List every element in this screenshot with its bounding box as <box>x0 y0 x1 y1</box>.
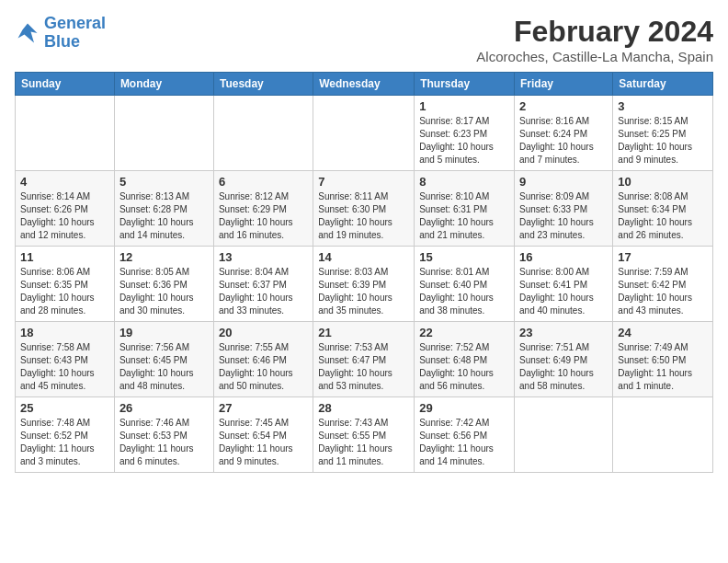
calendar-day-cell: 26Sunrise: 7:46 AM Sunset: 6:53 PM Dayli… <box>114 397 213 473</box>
day-number: 14 <box>318 250 409 264</box>
calendar-week-row: 4Sunrise: 8:14 AM Sunset: 6:26 PM Daylig… <box>16 171 713 247</box>
day-number: 2 <box>519 99 608 113</box>
calendar-day-cell: 27Sunrise: 7:45 AM Sunset: 6:54 PM Dayli… <box>213 397 313 473</box>
weekday-header-wednesday: Wednesday <box>313 73 415 96</box>
calendar-day-cell: 24Sunrise: 7:49 AM Sunset: 6:50 PM Dayli… <box>613 322 713 397</box>
weekday-header-monday: Monday <box>114 73 213 96</box>
day-info: Sunrise: 8:08 AM Sunset: 6:34 PM Dayligh… <box>618 190 708 242</box>
calendar-day-cell: 8Sunrise: 8:10 AM Sunset: 6:31 PM Daylig… <box>415 171 515 247</box>
calendar-week-row: 11Sunrise: 8:06 AM Sunset: 6:35 PM Dayli… <box>16 247 713 322</box>
day-number: 4 <box>20 175 109 189</box>
day-number: 29 <box>419 401 509 415</box>
calendar-week-row: 25Sunrise: 7:48 AM Sunset: 6:52 PM Dayli… <box>16 397 713 473</box>
calendar-day-cell: 25Sunrise: 7:48 AM Sunset: 6:52 PM Dayli… <box>16 397 115 473</box>
day-info: Sunrise: 8:16 AM Sunset: 6:24 PM Dayligh… <box>519 115 608 167</box>
title-block: February 2024 Alcoroches, Castille-La Ma… <box>476 15 713 64</box>
weekday-header-row: SundayMondayTuesdayWednesdayThursdayFrid… <box>16 73 713 96</box>
day-info: Sunrise: 7:53 AM Sunset: 6:47 PM Dayligh… <box>318 341 409 393</box>
day-info: Sunrise: 8:12 AM Sunset: 6:29 PM Dayligh… <box>219 190 308 242</box>
calendar-day-cell: 17Sunrise: 7:59 AM Sunset: 6:42 PM Dayli… <box>613 247 713 322</box>
calendar-day-cell <box>515 397 613 473</box>
svg-marker-0 <box>18 23 38 42</box>
day-number: 15 <box>419 250 509 264</box>
day-info: Sunrise: 7:48 AM Sunset: 6:52 PM Dayligh… <box>20 417 109 468</box>
calendar-day-cell: 21Sunrise: 7:53 AM Sunset: 6:47 PM Dayli… <box>313 322 415 397</box>
day-info: Sunrise: 7:46 AM Sunset: 6:53 PM Dayligh… <box>119 417 209 468</box>
weekday-header-thursday: Thursday <box>415 73 515 96</box>
day-number: 13 <box>219 250 308 264</box>
calendar-day-cell: 29Sunrise: 7:42 AM Sunset: 6:56 PM Dayli… <box>415 397 515 473</box>
calendar-day-cell: 9Sunrise: 8:09 AM Sunset: 6:33 PM Daylig… <box>515 171 613 247</box>
day-number: 1 <box>419 99 509 113</box>
calendar-day-cell: 11Sunrise: 8:06 AM Sunset: 6:35 PM Dayli… <box>16 247 115 322</box>
calendar-location: Alcoroches, Castille-La Mancha, Spain <box>476 49 713 64</box>
day-info: Sunrise: 8:04 AM Sunset: 6:37 PM Dayligh… <box>219 266 308 317</box>
weekday-header-friday: Friday <box>515 73 613 96</box>
day-number: 19 <box>119 326 209 339</box>
calendar-day-cell <box>313 96 415 171</box>
day-number: 26 <box>119 401 209 415</box>
calendar-title: February 2024 <box>476 15 713 49</box>
day-info: Sunrise: 8:17 AM Sunset: 6:23 PM Dayligh… <box>419 115 509 167</box>
day-info: Sunrise: 7:55 AM Sunset: 6:46 PM Dayligh… <box>219 341 308 393</box>
day-info: Sunrise: 7:49 AM Sunset: 6:50 PM Dayligh… <box>618 341 708 393</box>
day-info: Sunrise: 7:43 AM Sunset: 6:55 PM Dayligh… <box>318 417 409 468</box>
day-info: Sunrise: 7:52 AM Sunset: 6:48 PM Dayligh… <box>419 341 509 393</box>
day-number: 11 <box>20 250 109 264</box>
day-number: 9 <box>519 175 608 189</box>
day-info: Sunrise: 8:14 AM Sunset: 6:26 PM Dayligh… <box>20 190 109 242</box>
logo-line1: General <box>44 14 106 32</box>
calendar-day-cell: 16Sunrise: 8:00 AM Sunset: 6:41 PM Dayli… <box>515 247 613 322</box>
calendar-day-cell <box>613 397 713 473</box>
calendar-day-cell <box>213 96 313 171</box>
calendar-day-cell: 3Sunrise: 8:15 AM Sunset: 6:25 PM Daylig… <box>613 96 713 171</box>
day-number: 28 <box>318 401 409 415</box>
day-info: Sunrise: 7:58 AM Sunset: 6:43 PM Dayligh… <box>20 341 109 393</box>
logo-icon <box>15 20 40 46</box>
day-info: Sunrise: 8:03 AM Sunset: 6:39 PM Dayligh… <box>318 266 409 317</box>
calendar-day-cell <box>114 96 213 171</box>
day-number: 22 <box>419 326 509 339</box>
calendar-day-cell: 12Sunrise: 8:05 AM Sunset: 6:36 PM Dayli… <box>114 247 213 322</box>
calendar-day-cell: 15Sunrise: 8:01 AM Sunset: 6:40 PM Dayli… <box>415 247 515 322</box>
calendar-day-cell: 6Sunrise: 8:12 AM Sunset: 6:29 PM Daylig… <box>213 171 313 247</box>
calendar-day-cell: 23Sunrise: 7:51 AM Sunset: 6:49 PM Dayli… <box>515 322 613 397</box>
calendar-day-cell: 13Sunrise: 8:04 AM Sunset: 6:37 PM Dayli… <box>213 247 313 322</box>
page-header: General Blue February 2024 Alcoroches, C… <box>15 15 713 64</box>
calendar-day-cell: 5Sunrise: 8:13 AM Sunset: 6:28 PM Daylig… <box>114 171 213 247</box>
calendar-day-cell: 10Sunrise: 8:08 AM Sunset: 6:34 PM Dayli… <box>613 171 713 247</box>
logo-text: General Blue <box>44 15 106 52</box>
calendar-day-cell: 20Sunrise: 7:55 AM Sunset: 6:46 PM Dayli… <box>213 322 313 397</box>
day-number: 3 <box>618 99 708 113</box>
calendar-week-row: 18Sunrise: 7:58 AM Sunset: 6:43 PM Dayli… <box>16 322 713 397</box>
weekday-header-tuesday: Tuesday <box>213 73 313 96</box>
calendar-week-row: 1Sunrise: 8:17 AM Sunset: 6:23 PM Daylig… <box>16 96 713 171</box>
calendar-day-cell: 4Sunrise: 8:14 AM Sunset: 6:26 PM Daylig… <box>16 171 115 247</box>
day-info: Sunrise: 7:51 AM Sunset: 6:49 PM Dayligh… <box>519 341 608 393</box>
day-info: Sunrise: 7:56 AM Sunset: 6:45 PM Dayligh… <box>119 341 209 393</box>
calendar-day-cell: 1Sunrise: 8:17 AM Sunset: 6:23 PM Daylig… <box>415 96 515 171</box>
day-number: 16 <box>519 250 608 264</box>
day-info: Sunrise: 7:42 AM Sunset: 6:56 PM Dayligh… <box>419 417 509 468</box>
day-number: 8 <box>419 175 509 189</box>
calendar-day-cell: 18Sunrise: 7:58 AM Sunset: 6:43 PM Dayli… <box>16 322 115 397</box>
day-number: 23 <box>519 326 608 339</box>
day-number: 27 <box>219 401 308 415</box>
day-number: 12 <box>119 250 209 264</box>
weekday-header-saturday: Saturday <box>613 73 713 96</box>
day-info: Sunrise: 8:06 AM Sunset: 6:35 PM Dayligh… <box>20 266 109 317</box>
calendar-day-cell: 22Sunrise: 7:52 AM Sunset: 6:48 PM Dayli… <box>415 322 515 397</box>
day-number: 6 <box>219 175 308 189</box>
day-info: Sunrise: 8:11 AM Sunset: 6:30 PM Dayligh… <box>318 190 409 242</box>
day-number: 17 <box>618 250 708 264</box>
calendar-day-cell: 14Sunrise: 8:03 AM Sunset: 6:39 PM Dayli… <box>313 247 415 322</box>
calendar-table: SundayMondayTuesdayWednesdayThursdayFrid… <box>15 72 713 473</box>
day-info: Sunrise: 7:59 AM Sunset: 6:42 PM Dayligh… <box>618 266 708 317</box>
day-number: 20 <box>219 326 308 339</box>
calendar-day-cell: 19Sunrise: 7:56 AM Sunset: 6:45 PM Dayli… <box>114 322 213 397</box>
weekday-header-sunday: Sunday <box>16 73 115 96</box>
day-info: Sunrise: 8:01 AM Sunset: 6:40 PM Dayligh… <box>419 266 509 317</box>
calendar-day-cell: 28Sunrise: 7:43 AM Sunset: 6:55 PM Dayli… <box>313 397 415 473</box>
calendar-day-cell: 7Sunrise: 8:11 AM Sunset: 6:30 PM Daylig… <box>313 171 415 247</box>
day-number: 25 <box>20 401 109 415</box>
